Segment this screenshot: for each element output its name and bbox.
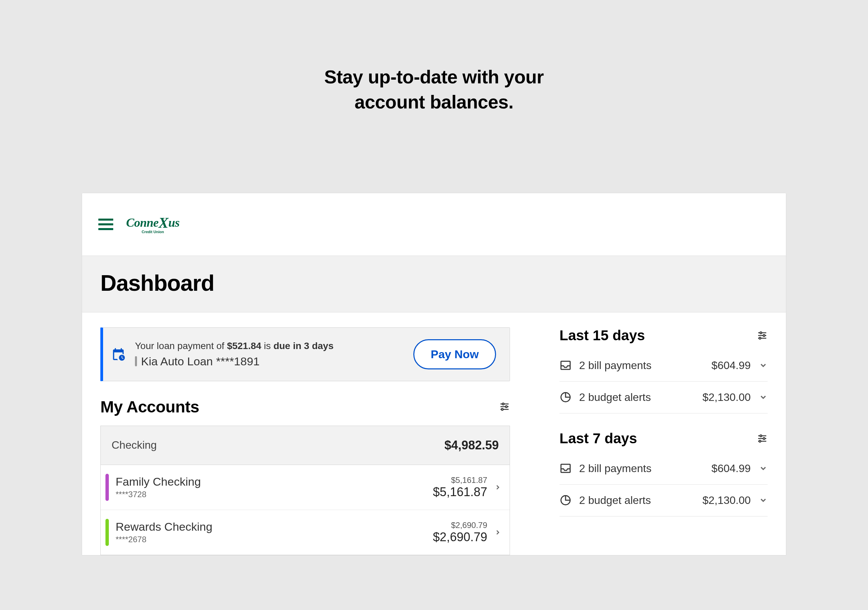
summary-row-budget[interactable]: 2 budget alerts $2,130.00: [560, 485, 768, 517]
account-color-marker: [105, 519, 109, 546]
my-accounts-title: My Accounts: [100, 398, 199, 416]
content-area: Your loan payment of $521.84 is due in 3…: [82, 313, 786, 555]
app-header: ConneXus Credit Union: [82, 193, 786, 256]
alert-message: Your loan payment of $521.84 is due in 3…: [135, 341, 413, 351]
alert-body: Your loan payment of $521.84 is due in 3…: [135, 341, 413, 368]
chevron-down-icon: [759, 464, 768, 473]
svg-point-9: [763, 334, 765, 336]
account-name: Rewards Checking: [116, 520, 433, 533]
account-info: Rewards Checking ****2678: [116, 520, 433, 544]
summary-label: 2 budget alerts: [579, 391, 702, 404]
account-name: Family Checking: [116, 475, 433, 488]
account-balances: $5,161.87 $5,161.87: [433, 475, 487, 499]
summary-amount: $604.99: [711, 462, 751, 475]
summary-label: 2 bill payments: [579, 359, 711, 372]
hero-heading: Stay up-to-date with your account balanc…: [324, 64, 544, 115]
current-balance: $2,690.79: [433, 530, 487, 544]
page-title-bar: Dashboard: [82, 256, 786, 313]
account-group-header: Checking $4,982.59: [101, 426, 510, 465]
summary-label: 2 bill payments: [579, 462, 711, 475]
summary-amount: $2,130.00: [702, 494, 751, 507]
hero-line2: account balances.: [355, 91, 513, 113]
inbox-icon: [560, 359, 572, 372]
svg-point-19: [759, 440, 761, 442]
hamburger-menu-icon[interactable]: [98, 218, 113, 230]
summary-row-bills[interactable]: 2 bill payments $604.99: [560, 453, 768, 485]
summary-title: Last 7 days: [560, 430, 637, 447]
right-column: Last 15 days 2 bill payments: [560, 327, 768, 555]
svg-point-1: [502, 403, 504, 405]
svg-point-11: [759, 337, 761, 339]
summary-header: Last 15 days: [560, 327, 768, 344]
group-total: $4,982.59: [445, 438, 499, 452]
svg-point-15: [760, 435, 761, 437]
app-window: ConneXus Credit Union Dashboard Your loa…: [82, 193, 786, 556]
summary-header: Last 7 days: [560, 430, 768, 447]
account-mask: ****2678: [116, 535, 433, 544]
available-balance: $2,690.79: [433, 520, 487, 530]
brand-logo[interactable]: ConneXus Credit Union: [126, 215, 179, 234]
chevron-down-icon: [759, 361, 768, 370]
page-title: Dashboard: [100, 270, 768, 296]
pie-chart-icon: [560, 494, 572, 506]
chevron-right-icon: [494, 529, 501, 536]
filter-settings-icon[interactable]: [757, 330, 768, 341]
alert-account: Kia Auto Loan ****1891: [135, 355, 413, 368]
calendar-clock-icon: [111, 347, 126, 361]
logo-text: ConneXus: [126, 215, 179, 229]
summary-row-bills[interactable]: 2 bill payments $604.99: [560, 350, 768, 382]
summary-section-7days: Last 7 days 2 bill payments: [560, 430, 768, 517]
summary-amount: $2,130.00: [702, 391, 751, 404]
inbox-icon: [560, 462, 572, 474]
available-balance: $5,161.87: [433, 475, 487, 485]
hero-line1: Stay up-to-date with your: [324, 67, 544, 87]
summary-amount: $604.99: [711, 359, 751, 372]
svg-point-5: [501, 408, 503, 410]
chevron-right-icon: [494, 484, 501, 491]
summary-label: 2 budget alerts: [579, 494, 702, 507]
summary-section-15days: Last 15 days 2 bill payments: [560, 327, 768, 413]
chevron-down-icon: [759, 393, 768, 402]
group-name: Checking: [112, 439, 157, 451]
account-info: Family Checking ****3728: [116, 475, 433, 499]
my-accounts-header: My Accounts: [100, 398, 510, 416]
account-row[interactable]: Family Checking ****3728 $5,161.87 $5,16…: [101, 465, 510, 510]
account-color-marker: [105, 474, 109, 501]
svg-point-7: [760, 332, 761, 333]
accounts-table: Checking $4,982.59 Family Checking ****3…: [100, 426, 510, 555]
account-balances: $2,690.79 $2,690.79: [433, 520, 487, 544]
payment-alert-card: Your loan payment of $521.84 is due in 3…: [100, 327, 510, 381]
account-mask: ****3728: [116, 490, 433, 499]
account-row[interactable]: Rewards Checking ****2678 $2,690.79 $2,6…: [101, 510, 510, 555]
chevron-down-icon: [759, 496, 768, 505]
filter-settings-icon[interactable]: [499, 401, 510, 412]
filter-settings-icon[interactable]: [757, 433, 768, 444]
summary-row-budget[interactable]: 2 budget alerts $2,130.00: [560, 382, 768, 413]
pie-chart-icon: [560, 391, 572, 403]
svg-point-3: [505, 406, 507, 407]
left-column: Your loan payment of $521.84 is due in 3…: [100, 327, 510, 555]
pay-now-button[interactable]: Pay Now: [413, 339, 496, 369]
summary-title: Last 15 days: [560, 327, 645, 344]
current-balance: $5,161.87: [433, 485, 487, 499]
svg-point-17: [763, 438, 765, 439]
